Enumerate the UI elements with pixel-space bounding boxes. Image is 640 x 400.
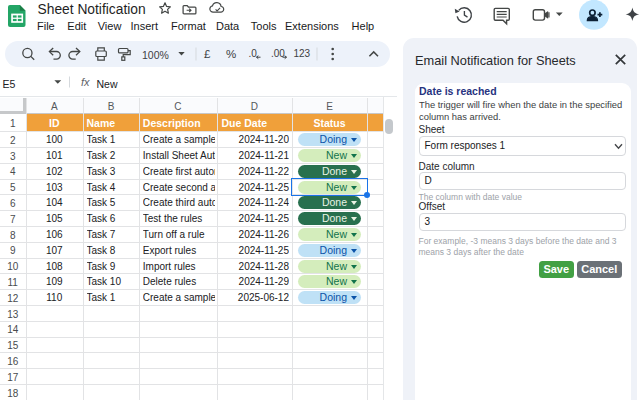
svg-text:fx: fx	[81, 76, 90, 88]
svg-text:%: %	[226, 48, 236, 60]
svg-text:123: 123	[294, 48, 311, 59]
svg-text:£: £	[204, 48, 211, 60]
svg-text:.0: .0	[249, 48, 258, 59]
